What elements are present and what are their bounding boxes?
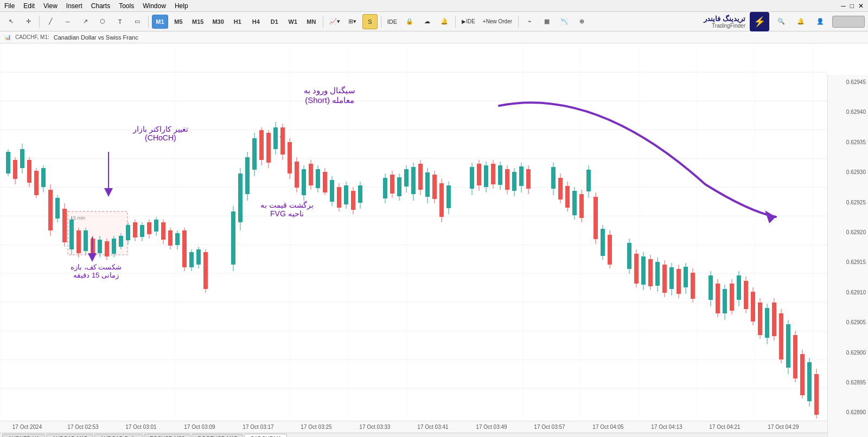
tf-h4[interactable]: H4 (248, 15, 264, 29)
signal-btn[interactable]: S (362, 14, 378, 29)
svg-rect-149 (526, 169, 531, 189)
drawings-tool[interactable]: ⬡ (95, 14, 110, 29)
svg-rect-187 (691, 273, 695, 299)
window-minimize[interactable]: ─ (841, 2, 846, 10)
tab-audnzd-h1[interactable]: AUDNZD,H1 (2, 434, 45, 438)
tab-audcad-daily[interactable]: AUDCAD,Daily (94, 434, 143, 438)
new-order-btn[interactable]: + New Order (480, 14, 515, 29)
price-label-2: 0.62940 (830, 109, 866, 115)
svg-rect-107 (344, 185, 348, 204)
svg-rect-46 (112, 239, 116, 254)
tab-audcad-m15[interactable]: AUDCAD,M15 (46, 434, 93, 438)
chart-symbol-tf: CADCHF, M1: (15, 34, 49, 40)
chart-zoom-btn[interactable]: ⊕ (574, 14, 589, 29)
svg-rect-64 (175, 233, 180, 245)
tf-w1[interactable]: W1 (285, 15, 301, 29)
svg-rect-93 (295, 162, 299, 188)
notification-btn[interactable]: 🔔 (793, 14, 808, 29)
svg-rect-151 (551, 167, 556, 189)
svg-rect-167 (608, 235, 612, 265)
menu-help[interactable]: Help (175, 2, 188, 10)
tf-d1[interactable]: D1 (266, 15, 283, 29)
svg-rect-143 (505, 169, 509, 190)
svg-rect-155 (565, 186, 570, 208)
svg-rect-84 (266, 133, 271, 163)
ide-btn[interactable]: IDE (385, 14, 400, 29)
chart-indicators-btn[interactable]: ⌁ (522, 14, 537, 29)
svg-rect-121 (411, 167, 416, 194)
search-btn[interactable]: 🔍 (774, 14, 789, 29)
cloud-btn[interactable]: ☁ (419, 14, 435, 29)
price-axis: 0.62945 0.62940 0.62935 0.62930 0.62925 … (827, 75, 868, 437)
svg-rect-113 (383, 178, 387, 198)
svg-rect-131 (446, 185, 451, 208)
svg-rect-161 (586, 170, 591, 191)
svg-rect-129 (439, 183, 444, 217)
chart-canvas-area[interactable]: 15 min (0, 43, 827, 419)
algo-trading-btn[interactable]: ▶ IDE (459, 14, 478, 29)
svg-rect-54 (140, 225, 144, 237)
chart-bar-btn[interactable]: ▦ (539, 14, 554, 29)
choch-annotation: تغییر کاراکتر بازار(CHoCH) (133, 125, 188, 142)
user-btn[interactable]: 👤 (813, 14, 828, 29)
svg-rect-163 (593, 197, 598, 239)
svg-rect-183 (676, 269, 681, 294)
menu-view[interactable]: View (43, 2, 58, 10)
crosshair-tool[interactable]: ✛ (21, 14, 36, 29)
svg-rect-88 (280, 127, 285, 155)
signal-annotation: سیگنال ورود بهمعامله (Short) (304, 86, 355, 105)
chart-svg: 15 min (0, 43, 827, 419)
tf-m1[interactable]: M1 (152, 15, 168, 29)
svg-rect-195 (730, 284, 734, 311)
time-label-10: 17 Oct 04:05 (592, 424, 623, 430)
chart-type-dropdown[interactable]: 📈▾ (327, 14, 343, 29)
price-label-12: 0.62890 (830, 409, 866, 415)
window-close[interactable]: ✕ (858, 2, 864, 10)
tab-eosusd-m30[interactable]: EOSUSD,M30 (144, 434, 190, 438)
svg-rect-70 (196, 249, 201, 265)
svg-rect-125 (425, 172, 430, 197)
svg-rect-147 (519, 166, 524, 186)
svg-rect-201 (751, 292, 755, 322)
tf-m15[interactable]: M15 (189, 15, 207, 29)
bell-btn[interactable]: 🔔 (437, 14, 452, 29)
text-tool[interactable]: T (112, 14, 127, 29)
tf-m30[interactable]: M30 (209, 15, 227, 29)
indicators-btn[interactable]: ⊞▾ (345, 14, 360, 29)
time-label-12: 17 Oct 04:21 (709, 424, 740, 430)
tf-h1[interactable]: H1 (229, 15, 246, 29)
tf-m5[interactable]: M5 (170, 15, 187, 29)
hline-tool[interactable]: ─ (60, 14, 75, 29)
tab-cadchf-m1[interactable]: CADCHF,M1 (244, 434, 287, 438)
menu-insert[interactable]: Insert (66, 2, 82, 10)
shapes-tool[interactable]: ▭ (130, 14, 145, 29)
account-selector[interactable] (832, 16, 865, 28)
time-label-3: 17 Oct 03:09 (184, 424, 215, 430)
svg-rect-193 (723, 289, 727, 313)
lock-btn[interactable]: 🔒 (402, 14, 417, 29)
tf-mn[interactable]: MN (303, 15, 320, 29)
tab-dogeusd-m15[interactable]: DOGEUSD,M15 (192, 434, 243, 438)
cursor-tool[interactable]: ↖ (3, 14, 18, 29)
window-maximize[interactable]: □ (850, 2, 854, 10)
svg-rect-76 (238, 173, 242, 222)
line-tool[interactable]: ╱ (43, 14, 58, 29)
menu-window[interactable]: Window (143, 2, 166, 10)
svg-rect-80 (252, 138, 257, 170)
menu-edit[interactable]: Edit (23, 2, 35, 10)
toolbar-separator-6 (518, 16, 519, 28)
svg-rect-0 (0, 43, 827, 419)
svg-rect-38 (84, 230, 88, 251)
brand-logo: ⚡ (750, 12, 769, 31)
svg-rect-42 (98, 240, 102, 253)
svg-rect-103 (330, 180, 334, 202)
menu-file[interactable]: File (4, 2, 15, 10)
svg-rect-173 (641, 256, 646, 285)
menu-bar: File Edit View Insert Charts Tools Windo… (0, 0, 868, 12)
menu-tools[interactable]: Tools (119, 2, 134, 10)
price-label-6: 0.62920 (830, 229, 866, 235)
chart-line-btn[interactable]: 📉 (557, 14, 572, 29)
svg-rect-111 (358, 185, 362, 203)
trendline-tool[interactable]: ↗ (78, 14, 93, 29)
menu-charts[interactable]: Charts (91, 2, 110, 10)
